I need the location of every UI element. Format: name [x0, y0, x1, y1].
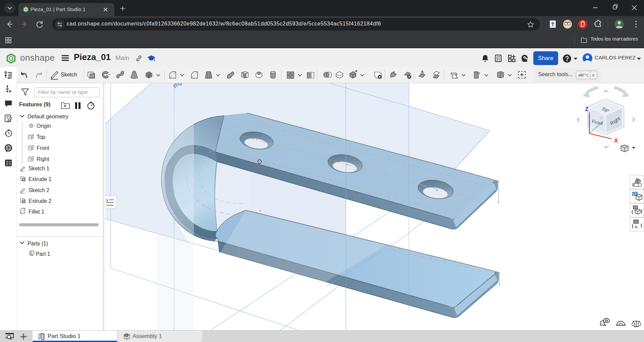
- svg-text:Y: Y: [600, 116, 603, 121]
- svg-text:Sketch 1: Sketch 1: [29, 166, 49, 171]
- svg-text:Sketch 2: Sketch 2: [29, 187, 49, 193]
- svg-text:Extrude 2: Extrude 2: [29, 198, 52, 204]
- svg-text:Extrude 1: Extrude 1: [29, 176, 52, 182]
- svg-text:Default geometry: Default geometry: [28, 114, 68, 119]
- svg-text:Part 1: Part 1: [36, 251, 50, 257]
- svg-text:X: X: [614, 137, 618, 144]
- svg-text:Parts (1): Parts (1): [28, 241, 48, 246]
- svg-text:Front: Front: [37, 145, 49, 151]
- svg-text:Top: Top: [37, 134, 45, 140]
- svg-text:x: x: [634, 224, 637, 229]
- svg-text:Fillet 1: Fillet 1: [29, 209, 44, 215]
- svg-text:Z: Z: [585, 106, 588, 112]
- svg-text:Origin: Origin: [37, 123, 51, 129]
- svg-text:Right: Right: [37, 156, 49, 162]
